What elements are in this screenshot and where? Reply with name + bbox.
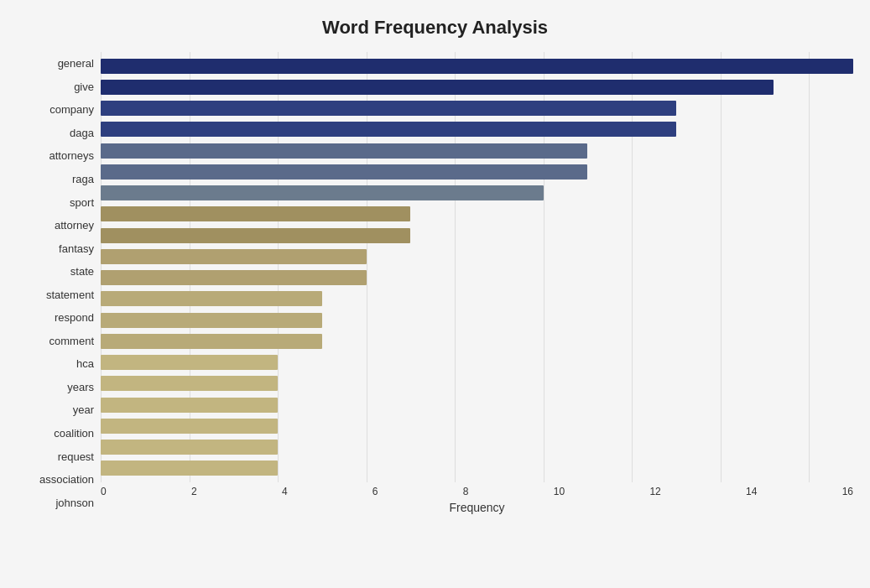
bar	[101, 440, 278, 455]
bar-row	[101, 204, 853, 225]
x-tick: 16	[842, 486, 853, 497]
bar-row	[101, 394, 853, 415]
bar	[101, 419, 278, 434]
bar	[101, 122, 676, 137]
y-label: years	[67, 377, 94, 397]
bars-container	[101, 52, 853, 482]
bar-row	[101, 352, 853, 373]
bar	[101, 249, 367, 264]
bar-row	[101, 140, 853, 161]
x-tick: 12	[649, 486, 660, 497]
y-label: attorney	[55, 216, 94, 236]
x-axis-label: Frequency	[101, 501, 853, 514]
x-tick: 6	[372, 486, 378, 497]
y-label: johnson	[55, 492, 94, 513]
x-axis: 0246810121416	[101, 486, 853, 497]
bar	[101, 228, 410, 243]
bar-row	[101, 119, 853, 140]
bar-row	[101, 268, 853, 289]
chart-area: generalgivecompanydagaattorneysragasport…	[17, 52, 853, 514]
bar	[101, 313, 322, 328]
bar	[101, 334, 322, 349]
x-tick: 8	[463, 486, 469, 497]
bar	[101, 143, 587, 159]
x-tick: 10	[554, 486, 565, 497]
y-label: daga	[70, 122, 94, 143]
x-tick: 4	[282, 486, 288, 497]
y-label: request	[58, 446, 94, 466]
bar	[101, 291, 322, 306]
y-label: raga	[72, 169, 94, 190]
bar-row	[101, 161, 853, 182]
y-label: sport	[70, 192, 94, 212]
bar	[101, 59, 853, 74]
chart-title: Word Frequency Analysis	[17, 17, 853, 39]
bar-row	[101, 246, 853, 267]
bar	[101, 270, 367, 285]
bar	[101, 80, 774, 95]
bar-row	[101, 330, 853, 351]
x-tick: 2	[191, 486, 197, 497]
bar-row	[101, 437, 853, 458]
y-label: hca	[76, 354, 94, 374]
bars-wrapper	[101, 52, 853, 482]
bar-row	[101, 183, 853, 204]
bar	[101, 398, 278, 413]
y-label: state	[70, 262, 94, 282]
y-label: statement	[46, 284, 94, 304]
plot-area: 0246810121416 Frequency	[101, 52, 853, 514]
y-label: attorneys	[49, 146, 94, 166]
bar-row	[101, 415, 853, 436]
y-label: association	[39, 470, 94, 490]
y-label: give	[74, 76, 94, 96]
bar-row	[101, 289, 853, 310]
y-axis: generalgivecompanydagaattorneysragasport…	[17, 52, 101, 514]
bar-row	[101, 76, 853, 97]
bar-row	[101, 458, 853, 479]
x-tick: 0	[101, 486, 107, 497]
bar-row	[101, 310, 853, 330]
y-label: general	[58, 54, 94, 74]
bar-row	[101, 98, 853, 119]
bar	[101, 101, 676, 116]
y-label: year	[73, 400, 94, 420]
bar	[101, 376, 278, 391]
y-label: comment	[49, 330, 94, 351]
bar	[101, 355, 278, 370]
bar-row	[101, 55, 853, 76]
y-label: fantasy	[59, 238, 94, 258]
bar	[101, 185, 544, 200]
bar-row	[101, 225, 853, 246]
chart-container: Word Frequency Analysis generalgivecompa…	[0, 0, 870, 588]
y-label: respond	[55, 308, 94, 328]
x-tick: 14	[746, 486, 757, 497]
bar	[101, 206, 410, 221]
y-label: coalition	[54, 424, 94, 444]
bar	[101, 164, 587, 180]
y-label: company	[49, 100, 94, 120]
bar-row	[101, 373, 853, 394]
bar	[101, 461, 278, 476]
